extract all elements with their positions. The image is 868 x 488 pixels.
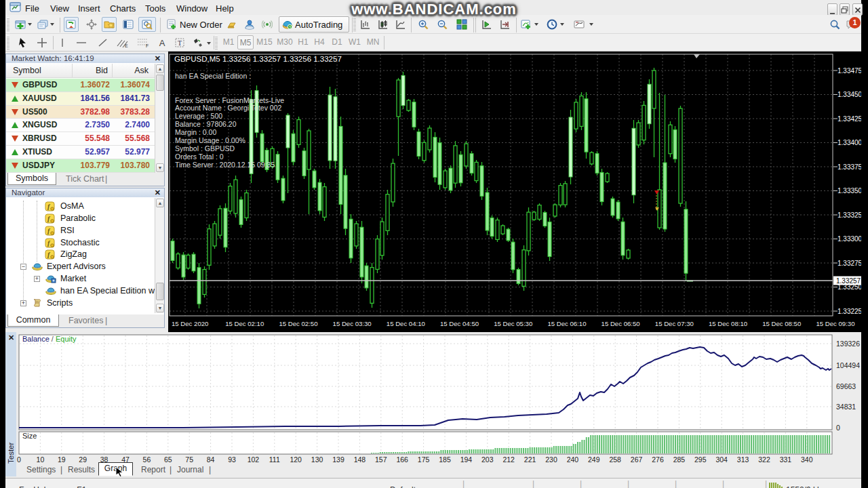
svg-text:212: 212 — [502, 455, 515, 464]
svg-text:15 Dec 04:10: 15 Dec 04:10 — [387, 320, 425, 327]
svg-text:10: 10 — [37, 455, 45, 464]
svg-text:Balance / Equity: Balance / Equity — [22, 335, 77, 343]
svg-text:93: 93 — [228, 455, 236, 464]
svg-text:Account Name : Georgi Totev 00: Account Name : Georgi Totev 002 — [175, 104, 282, 112]
svg-text:203: 203 — [481, 455, 494, 464]
svg-text:Balance : 97806.20: Balance : 97806.20 — [175, 120, 237, 128]
svg-text:E: E — [125, 43, 128, 48]
svg-text:166: 166 — [396, 455, 408, 464]
svg-text:69663: 69663 — [836, 382, 856, 390]
svg-text:1.33450: 1.33450 — [837, 91, 861, 98]
svg-text:139: 139 — [332, 455, 344, 464]
svg-text:15 Dec 2020: 15 Dec 2020 — [172, 320, 208, 327]
svg-text:75: 75 — [185, 455, 193, 464]
svg-text:Orders Total : 0: Orders Total : 0 — [175, 152, 224, 161]
svg-text:120: 120 — [290, 455, 302, 464]
svg-text:15 Dec 07:30: 15 Dec 07:30 — [655, 320, 694, 327]
svg-text:313: 313 — [737, 455, 749, 464]
svg-text:Margin : 0.00: Margin : 0.00 — [175, 128, 216, 136]
svg-text:Symbol : GBPUSD: Symbol : GBPUSD — [175, 144, 235, 152]
svg-text:130: 130 — [311, 455, 323, 464]
svg-text:15 Dec 05:30: 15 Dec 05:30 — [494, 320, 532, 327]
svg-text:15 Dec 03:30: 15 Dec 03:30 — [333, 320, 372, 327]
svg-text:249: 249 — [588, 455, 600, 464]
svg-text:1.33275: 1.33275 — [837, 260, 861, 267]
svg-text:340: 340 — [801, 455, 813, 464]
svg-text:15 Dec 04:50: 15 Dec 04:50 — [440, 320, 479, 327]
svg-text:29: 29 — [79, 455, 87, 464]
svg-text:84: 84 — [207, 455, 215, 464]
svg-text:157: 157 — [375, 455, 387, 464]
svg-text:15 Dec 02:10: 15 Dec 02:10 — [225, 320, 264, 327]
svg-text:15 Dec 06:10: 15 Dec 06:10 — [547, 320, 586, 327]
svg-text:102: 102 — [248, 455, 260, 464]
svg-text:1.33400: 1.33400 — [837, 139, 861, 146]
svg-text:34831: 34831 — [836, 403, 856, 411]
svg-text:0: 0 — [836, 424, 840, 432]
svg-text:331: 331 — [780, 455, 792, 464]
svg-text:T: T — [178, 39, 182, 47]
svg-text:148: 148 — [354, 455, 366, 464]
svg-text:1.33350: 1.33350 — [837, 187, 861, 195]
svg-text:1.33375: 1.33375 — [837, 163, 861, 171]
svg-text:230: 230 — [545, 455, 557, 464]
svg-text:295: 295 — [694, 455, 707, 464]
svg-text:0: 0 — [17, 455, 21, 464]
svg-text:139326: 139326 — [836, 340, 860, 348]
svg-text:15 Dec 09:30: 15 Dec 09:30 — [816, 320, 854, 327]
svg-text:1.33300: 1.33300 — [837, 235, 861, 243]
svg-text:304: 304 — [715, 455, 728, 464]
svg-text:Forex Server : FusionMarkets-L: Forex Server : FusionMarkets-Live — [175, 96, 284, 104]
svg-text:322: 322 — [758, 455, 770, 464]
svg-text:1.33425: 1.33425 — [837, 115, 861, 123]
svg-text:1.33257: 1.33257 — [836, 277, 861, 285]
svg-text:104494: 104494 — [836, 361, 860, 369]
svg-text:1.33475: 1.33475 — [837, 67, 861, 75]
svg-text:1.33325: 1.33325 — [837, 211, 861, 219]
svg-text:15 Dec 08:10: 15 Dec 08:10 — [709, 320, 747, 327]
svg-text:111: 111 — [269, 455, 280, 464]
svg-text:F: F — [146, 43, 149, 48]
svg-text:221: 221 — [524, 455, 536, 464]
svg-text:285: 285 — [673, 455, 686, 464]
svg-text:han EA Special Edition :: han EA Special Edition : — [175, 72, 251, 80]
svg-text:65: 65 — [164, 455, 172, 464]
svg-text:1.33225: 1.33225 — [837, 308, 861, 315]
svg-text:240: 240 — [567, 455, 579, 464]
svg-text:Leverage : 500: Leverage : 500 — [175, 112, 222, 120]
svg-text:GBPUSD,M5 1.33256 1.33257 1.3: GBPUSD,M5 1.33256 1.33257 1.33256 1.3325… — [174, 55, 342, 63]
svg-text:175: 175 — [418, 455, 430, 464]
svg-text:194: 194 — [460, 455, 473, 464]
svg-text:Margin Usage : 0.00%: Margin Usage : 0.00% — [175, 136, 245, 144]
svg-text:Size: Size — [22, 432, 37, 440]
svg-text:15 Dec 02:50: 15 Dec 02:50 — [279, 320, 317, 327]
svg-text:15 Dec 08:50: 15 Dec 08:50 — [762, 320, 801, 327]
svg-text:185: 185 — [439, 455, 451, 464]
svg-text:19: 19 — [58, 455, 66, 464]
svg-text:56: 56 — [143, 455, 151, 464]
svg-text:15 Dec 06:50: 15 Dec 06:50 — [601, 320, 640, 327]
svg-text:Time Server : 2020.12.15 09:35: Time Server : 2020.12.15 09:35 — [175, 161, 275, 169]
svg-text:258: 258 — [609, 455, 621, 464]
svg-text:267: 267 — [631, 455, 643, 464]
svg-text:276: 276 — [652, 455, 664, 464]
